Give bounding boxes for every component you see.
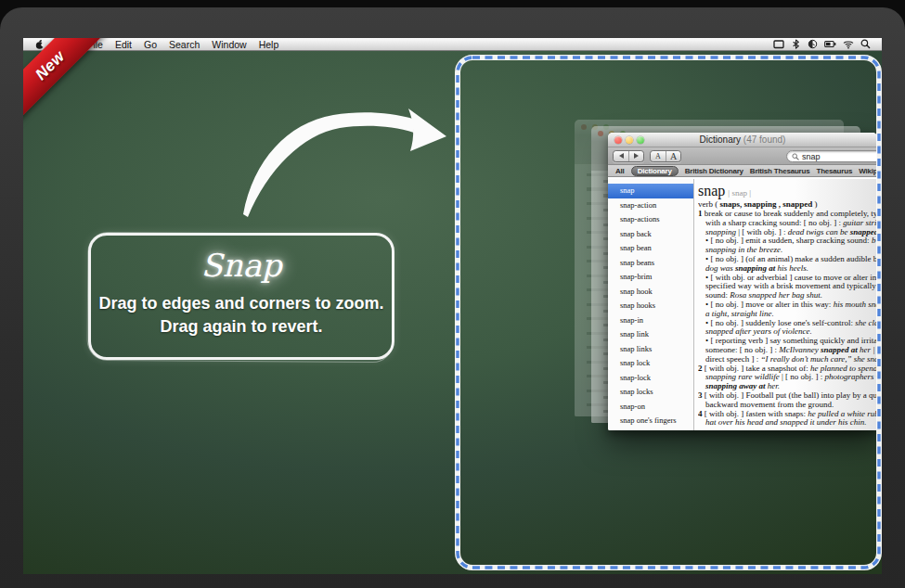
- window-titlebar[interactable]: Dictionary (47 found): [608, 133, 877, 147]
- definition-line: • [ no obj. ] suddenly lose one's self-c…: [698, 319, 877, 328]
- forward-icon: [634, 153, 639, 159]
- sidebar-item-snap-brim[interactable]: snap-brim: [608, 270, 693, 285]
- definition-line: • [ no obj. ] (of an animal) make a sudd…: [698, 255, 877, 264]
- sidebar-item-snap-back[interactable]: snap back: [608, 227, 693, 242]
- menu-items: FileEditGoSearchWindowHelp: [85, 39, 289, 50]
- definition-line: snapping rare wildlife | [ no obj. ] : p…: [698, 373, 877, 382]
- definition-body: 1 break or cause to break suddenly and c…: [698, 210, 877, 428]
- tab-british-thesaurus[interactable]: British Thesaurus: [750, 167, 810, 175]
- search-field[interactable]: snap: [786, 150, 877, 162]
- reference-tabs: AllDictionaryBritish DictionaryBritish T…: [608, 165, 877, 177]
- definition-line: • [ no obj. ] emit a sudden, sharp crack…: [698, 236, 877, 246]
- larger-text-button[interactable]: A: [666, 151, 680, 161]
- sidebar-item-snap-hooks[interactable]: snap hooks: [608, 299, 693, 313]
- sidebar-item-snap-one-s-fingers[interactable]: snap one's fingers: [608, 414, 693, 428]
- menu-search[interactable]: Search: [167, 39, 201, 50]
- clock-icon[interactable]: [808, 39, 818, 49]
- pronunciation: | snap |: [728, 188, 751, 198]
- dictionary-content: snapsnap-actionsnap-actionssnap backsnap…: [608, 179, 877, 430]
- definition-line: 3 [ with obj. ] Football put (the ball) …: [698, 391, 877, 401]
- window-title: Dictionary (47 found): [700, 134, 786, 145]
- definition-pane: snap| snap | verb ( snaps, snapping , sn…: [694, 179, 877, 430]
- search-icon: [792, 153, 799, 160]
- menu-window[interactable]: Window: [210, 39, 248, 50]
- menu-status-icons: [773, 39, 871, 49]
- menu-edit[interactable]: Edit: [113, 39, 134, 50]
- definition-line: hat over his head and snapped it under h…: [698, 418, 877, 428]
- definition-line: direct speech ] : “I really don’t much c…: [698, 355, 877, 364]
- definition-line: • [ with obj. or adverbial ] cause to mo…: [698, 274, 877, 283]
- instruction-line-2: Drag again to revert.: [91, 315, 392, 339]
- window-toolbar: A A snap: [608, 147, 877, 165]
- history-nav-control: [613, 150, 644, 162]
- sidebar-item-snap-links[interactable]: snap links: [608, 342, 693, 357]
- close-button[interactable]: [614, 136, 622, 144]
- tab-british-dictionary[interactable]: British Dictionary: [685, 167, 743, 175]
- sidebar-item-snap-link[interactable]: snap link: [608, 327, 693, 342]
- font-size-control: A A: [650, 150, 681, 162]
- sidebar-item-snap-on[interactable]: snap-on: [608, 400, 693, 415]
- definition-line: snapping | [ with obj. ] : dead twigs ca…: [698, 228, 877, 237]
- headword-line: snap| snap |: [698, 184, 877, 199]
- definition-line: with a sharp cracking sound: [ no obj. ]…: [698, 219, 877, 228]
- mac-screen: FileEditGoSearchWindowHelp New: [23, 38, 882, 574]
- snap-window-icon[interactable]: [773, 39, 784, 49]
- sidebar-item-snap-action[interactable]: snap-action: [608, 198, 693, 213]
- definition-line: a tight, straight line.: [698, 310, 877, 319]
- tab-dictionary[interactable]: Dictionary: [631, 166, 679, 176]
- back-button[interactable]: [614, 151, 628, 161]
- tab-wikipedia[interactable]: Wikipedia: [859, 167, 877, 175]
- definition-line: specified way with a brisk movement and …: [698, 282, 877, 291]
- battery-icon[interactable]: [824, 39, 836, 49]
- result-count: (47 found): [741, 134, 785, 145]
- menu-bar: FileEditGoSearchWindowHelp: [23, 38, 882, 51]
- definition-line: someone: [ no obj. ] : McIlvanney snappe…: [698, 346, 877, 355]
- tab-thesaurus[interactable]: Thesaurus: [816, 167, 852, 175]
- spotlight-icon[interactable]: [860, 39, 871, 49]
- headword: snap: [698, 183, 725, 198]
- results-sidebar: snapsnap-actionsnap-actionssnap backsnap…: [608, 179, 694, 430]
- definition-line: 2 [ with obj. ] take a snapshot of: he p…: [698, 364, 877, 374]
- definition-line: 1 break or cause to break suddenly and c…: [698, 210, 877, 219]
- definition-line: 4 [ with obj. ] fasten with snaps: he pu…: [698, 410, 877, 419]
- bluetooth-icon[interactable]: [791, 39, 801, 49]
- verb-forms-line: verb ( snaps, snapping , snapped ): [698, 199, 877, 210]
- app-title: Snap: [91, 247, 392, 284]
- definition-line: dog was snapping at his heels.: [698, 264, 877, 274]
- screenshot-stage: FileEditGoSearchWindowHelp New: [0, 0, 905, 588]
- sidebar-item-snap-hook[interactable]: snap hook: [608, 285, 693, 300]
- menu-go[interactable]: Go: [142, 39, 159, 50]
- sidebar-item-snap-lock[interactable]: snap-lock: [608, 371, 693, 386]
- definition-line: backward movement from the ground.: [698, 401, 877, 410]
- zoom-button[interactable]: [637, 136, 644, 144]
- search-value: snap: [802, 152, 821, 161]
- sidebar-item-snap[interactable]: snap: [608, 184, 693, 198]
- desktop: Snap Drag to edges and corners to zoom. …: [23, 51, 882, 574]
- sidebar-item-snap-actions[interactable]: snap-actions: [608, 212, 693, 227]
- definition-line: snapped after years of violence.: [698, 327, 877, 337]
- sidebar-item-snap-in[interactable]: snap-in: [608, 313, 693, 328]
- definition-line: snapping in the breeze.: [698, 246, 877, 255]
- instruction-box: Snap Drag to edges and corners to zoom. …: [88, 233, 394, 360]
- sidebar-item-snap-lock[interactable]: snap lock: [608, 356, 693, 371]
- definition-line: snapping away at her.: [698, 382, 877, 391]
- sidebar-item-snap-locks[interactable]: snap locks: [608, 385, 693, 400]
- minimize-button[interactable]: [626, 136, 633, 144]
- instruction-line-1: Drag to edges and corners to zoom.: [91, 292, 392, 315]
- wifi-icon[interactable]: [843, 39, 854, 49]
- definition-line: • [ reporting verb ] say something quick…: [698, 337, 877, 346]
- menu-help[interactable]: Help: [257, 39, 281, 50]
- back-icon: [619, 153, 624, 159]
- forward-button[interactable]: [628, 151, 643, 161]
- definition-line: • [ no obj. ] move or alter in this way:…: [698, 300, 877, 310]
- dictionary-window: Dictionary (47 found) A A snap: [608, 133, 877, 430]
- tab-all[interactable]: All: [615, 167, 625, 175]
- sidebar-item-snap-beans[interactable]: snap beans: [608, 256, 693, 271]
- sidebar-item-snap-bean[interactable]: snap bean: [608, 241, 693, 256]
- smaller-text-button[interactable]: A: [651, 151, 666, 161]
- definition-line: sound: Rosa snapped her bag shut.: [698, 291, 877, 300]
